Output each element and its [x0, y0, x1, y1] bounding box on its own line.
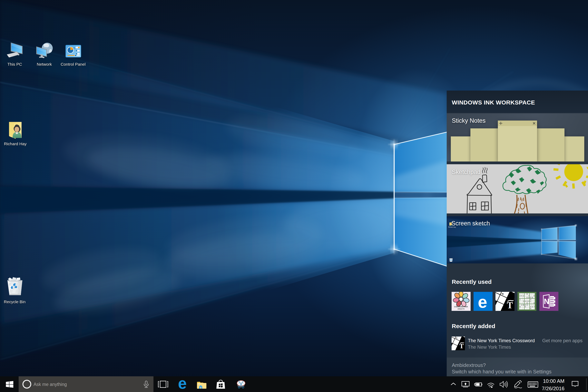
svg-text:COLORING FOR: COLORING FOR	[454, 306, 468, 308]
svg-text:3: 3	[530, 296, 531, 298]
svg-text:7: 7	[534, 306, 535, 308]
svg-text:N: N	[544, 297, 549, 306]
svg-text:8: 8	[534, 302, 535, 304]
svg-text:5: 5	[532, 306, 533, 308]
svg-text:5: 5	[534, 295, 535, 297]
svg-text:8: 8	[525, 306, 526, 308]
svg-text:3: 3	[523, 300, 524, 302]
svg-text:3: 3	[520, 295, 520, 297]
svg-text:T: T	[460, 342, 464, 350]
svg-text:9: 9	[520, 306, 520, 308]
svg-text:8: 8	[530, 308, 531, 310]
svg-text:1: 1	[530, 300, 531, 302]
svg-text:3: 3	[527, 302, 528, 304]
svg-text:ADULTS: ADULTS	[458, 308, 464, 310]
svg-text:1: 1	[520, 298, 520, 300]
svg-text:9: 9	[527, 293, 528, 295]
svg-text:9: 9	[528, 296, 530, 298]
svg-text:2: 2	[523, 295, 524, 297]
svg-text:8: 8	[528, 300, 530, 302]
svg-text:6: 6	[527, 296, 528, 298]
svg-text:6: 6	[521, 295, 522, 297]
svg-text:8: 8	[523, 304, 524, 306]
svg-text:3: 3	[527, 304, 528, 306]
svg-text:2: 2	[521, 304, 522, 306]
svg-text:6: 6	[525, 300, 526, 302]
svg-text:8: 8	[532, 296, 533, 298]
svg-text:T: T	[507, 300, 513, 310]
